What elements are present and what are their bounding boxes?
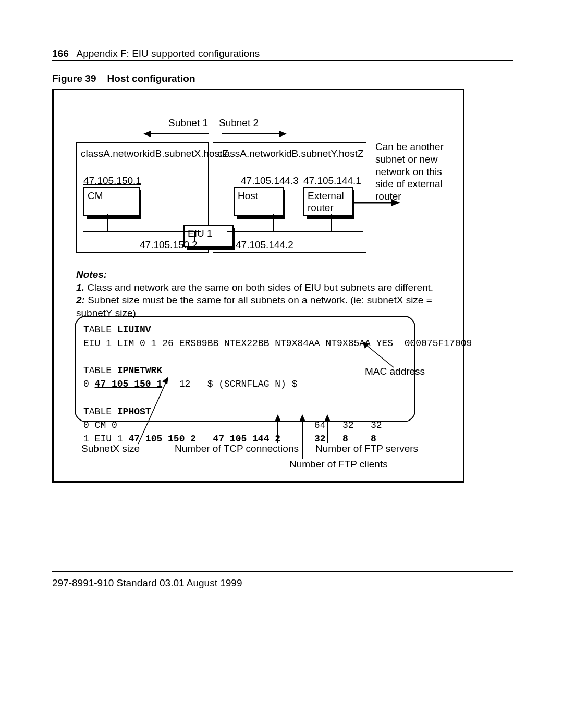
side-note: Can be another subnet or new network on …	[375, 141, 459, 203]
eiu-right-ip: 47.105.144.2	[236, 239, 293, 251]
subnet1-caption: classA.networkidB.subnetX.hostZ	[81, 148, 228, 159]
mac-address-callout: MAC address	[365, 366, 425, 377]
tcp-callout: Number of TCP connections	[175, 443, 299, 454]
subnet2-label: Subnet 2	[219, 117, 259, 129]
page-number: 166	[52, 48, 69, 59]
ftp-clients-callout: Number of FTP clients	[289, 459, 388, 470]
figure-caption: Figure 39 Host configuration	[52, 73, 195, 84]
header-rule	[52, 60, 513, 61]
cm-box: CM	[83, 187, 140, 216]
appendix-title	[71, 48, 77, 59]
host-ip: 47.105.144.3	[241, 175, 299, 187]
footer-text: 297-8991-910 Standard 03.01 August 1999	[52, 577, 242, 589]
ext-router-box: External router	[303, 187, 353, 216]
subnet2-caption: classA.networkidB.subnetY.hostZ	[217, 148, 364, 159]
terminal-text: TABLE LIUINV EIU 1 LIM 0 1 26 ERS09BB NT…	[83, 323, 472, 446]
page: 166 Appendix F: EIU supported configurat…	[0, 0, 563, 728]
eiu-left-ip: 47.105.150.2	[140, 239, 198, 251]
running-header: 166 Appendix F: EIU supported configurat…	[52, 48, 260, 59]
subnetx-callout: SubnetX size	[81, 443, 140, 454]
ext-router-ip: 47.105.144.1	[303, 175, 361, 187]
subnet1-label: Subnet 1	[168, 117, 208, 129]
notes: Notes: 1. Class and network are the same…	[76, 268, 457, 320]
ftp-servers-callout: Number of FTP servers	[315, 443, 418, 454]
footer-rule	[52, 571, 513, 572]
cm-ip: 47.105.150.1	[83, 175, 141, 187]
host-box: Host	[234, 187, 284, 216]
